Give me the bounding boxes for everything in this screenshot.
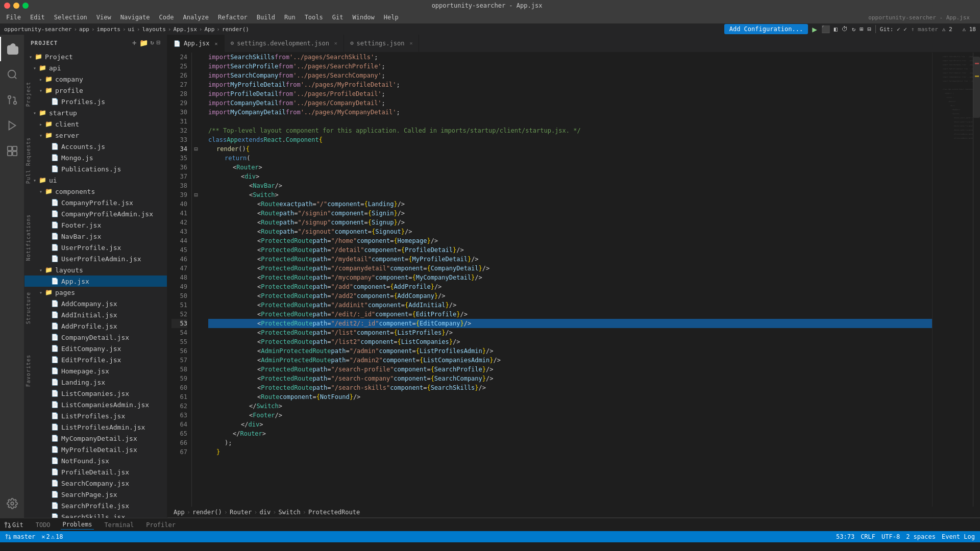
- indent-info[interactable]: 2 spaces: [906, 533, 936, 540]
- run-button[interactable]: ▶: [812, 24, 817, 34]
- sidebar-item-searchskills[interactable]: 📄 SearchSkills.jsx: [24, 511, 167, 518]
- git-bottom[interactable]: Git: [4, 521, 23, 529]
- new-file-icon[interactable]: +: [132, 39, 137, 47]
- cursor-position[interactable]: 53:73: [836, 533, 854, 540]
- activity-search[interactable]: [0, 62, 24, 87]
- sidebar-item-project[interactable]: ▾ 📁 Project: [24, 51, 167, 62]
- sidebar-item-app-jsx[interactable]: 📄 App.jsx: [24, 276, 167, 287]
- sidebar-item-profile[interactable]: ▾ 📁 profile: [24, 85, 167, 96]
- tab-close-icon[interactable]: ✕: [409, 40, 412, 46]
- scrollbar-thumb[interactable]: [973, 57, 980, 118]
- sidebar-item-api[interactable]: ▾ 📁 api: [24, 62, 167, 73]
- tab-app-jsx[interactable]: 📄 App.jsx ✕: [167, 35, 225, 52]
- sidebar-item-listprofilesadmin[interactable]: 📄 ListProfilesAdmin.jsx: [24, 421, 167, 433]
- menu-run[interactable]: Run: [280, 13, 300, 22]
- menu-selection[interactable]: Selection: [50, 13, 91, 22]
- error-status[interactable]: ✕ 2 ⚠ 18: [41, 533, 63, 540]
- sidebar-item-accounts-js[interactable]: 📄 Accounts.js: [24, 141, 167, 152]
- tab-todo[interactable]: TODO: [34, 520, 53, 530]
- path-layouts[interactable]: layouts: [142, 26, 165, 33]
- menu-file[interactable]: File: [2, 13, 25, 22]
- sidebar-item-mycompanydetail[interactable]: 📄 MyCompanyDetail.jsx: [24, 433, 167, 444]
- breadcrumb-render[interactable]: render(): [192, 509, 222, 516]
- git-branch-status[interactable]: master: [5, 533, 35, 540]
- sidebar-item-searchprofile[interactable]: 📄 SearchProfile.jsx: [24, 500, 167, 511]
- sidebar-item-user-profile-admin[interactable]: 📄 UserProfileAdmin.jsx: [24, 253, 167, 264]
- sidebar-item-addinitial[interactable]: 📄 AddInitial.jsx: [24, 309, 167, 320]
- menu-help[interactable]: Help: [380, 13, 403, 22]
- menu-code[interactable]: Code: [155, 13, 178, 22]
- menu-refactor[interactable]: Refactor: [214, 13, 252, 22]
- side-label-favorites[interactable]: Favorites: [26, 355, 31, 387]
- sidebar-item-homepage[interactable]: 📄 Homepage.jsx: [24, 365, 167, 377]
- collapse-icon[interactable]: ⊟: [157, 39, 161, 47]
- path-method[interactable]: render(): [222, 26, 249, 33]
- sidebar-item-company-profile[interactable]: 📄 CompanyProfile.jsx: [24, 197, 167, 208]
- encoding[interactable]: UTF-8: [881, 533, 900, 540]
- sidebar-item-companydetail[interactable]: 📄 CompanyDetail.jsx: [24, 332, 167, 343]
- menu-analyze[interactable]: Analyze: [179, 13, 213, 22]
- sidebar-item-notfound[interactable]: 📄 NotFound.jsx: [24, 455, 167, 466]
- activity-explorer[interactable]: [0, 37, 24, 61]
- sidebar-item-profiledetail[interactable]: 📄 ProfileDetail.jsx: [24, 466, 167, 478]
- tab-profiler[interactable]: Profiler: [144, 520, 178, 530]
- path-file[interactable]: App.jsx: [173, 26, 197, 33]
- breadcrumb-app[interactable]: App: [174, 509, 185, 516]
- side-label-notifications[interactable]: Notifications: [26, 214, 31, 261]
- add-configuration-button[interactable]: Add Configuration...: [724, 24, 808, 34]
- minimap[interactable]: import SearchSkills from '../pages/ impo…: [932, 53, 973, 507]
- sidebar-item-mongo-js[interactable]: 📄 Mongo.js: [24, 152, 167, 163]
- profile-button[interactable]: ⏱: [842, 26, 848, 33]
- menu-git[interactable]: Git: [328, 13, 348, 22]
- path-ui[interactable]: ui: [128, 26, 135, 33]
- sidebar-item-editcompany[interactable]: 📄 EditCompany.jsx: [24, 343, 167, 354]
- sidebar-item-components[interactable]: ▾ 📁 components: [24, 186, 167, 197]
- menu-view[interactable]: View: [92, 13, 115, 22]
- new-folder-icon[interactable]: 📁: [139, 39, 149, 47]
- minimize-button[interactable]: [13, 3, 19, 9]
- reload-button[interactable]: ↻: [852, 26, 855, 33]
- breadcrumb-switch[interactable]: Switch: [278, 509, 300, 516]
- sidebar-item-myprofiledetail[interactable]: 📄 MyProfileDetail.jsx: [24, 444, 167, 455]
- activity-settings[interactable]: [0, 491, 24, 516]
- sidebar-item-client[interactable]: ▸ 📁 client: [24, 118, 167, 130]
- path-app[interactable]: opportunity-searcher: [4, 26, 71, 33]
- sidebar-item-server[interactable]: ▾ 📁 server: [24, 130, 167, 141]
- fold-icon-34[interactable]: ⊟: [192, 144, 200, 154]
- scrollbar-track[interactable]: [973, 53, 980, 507]
- layout-button[interactable]: ⊟: [868, 26, 871, 33]
- refresh-icon[interactable]: ↻: [151, 39, 155, 47]
- sidebar-item-listcompanies[interactable]: 📄 ListCompanies.jsx: [24, 388, 167, 399]
- sidebar-item-searchpage[interactable]: 📄 SearchPage.jsx: [24, 489, 167, 500]
- tab-settings-dev[interactable]: ⚙ settings.development.json ✕: [225, 35, 344, 52]
- code-content[interactable]: import SearchSkills from '../pages/Searc…: [200, 53, 932, 507]
- sidebar-item-layouts[interactable]: ▾ 📁 layouts: [24, 264, 167, 276]
- sidebar-right-button[interactable]: ⊞: [860, 26, 863, 33]
- sidebar-item-profiles-js[interactable]: 📄 Profiles.js: [24, 96, 167, 107]
- sidebar-item-publications-js[interactable]: 📄 Publications.js: [24, 163, 167, 174]
- coverage-button[interactable]: ◧: [834, 26, 838, 33]
- path-imports[interactable]: imports: [97, 26, 120, 33]
- sidebar-item-listcompaniesadmin[interactable]: 📄 ListCompaniesAdmin.jsx: [24, 399, 167, 410]
- menu-tools[interactable]: Tools: [301, 13, 327, 22]
- sidebar-item-navbar[interactable]: 📄 NavBar.jsx: [24, 231, 167, 242]
- sidebar-item-searchcompany[interactable]: 📄 SearchCompany.jsx: [24, 478, 167, 489]
- tab-problems[interactable]: Problems: [61, 520, 94, 530]
- tab-settings[interactable]: ⚙ settings.json ✕: [344, 35, 420, 52]
- sidebar-item-ui[interactable]: ▾ 📁 ui: [24, 174, 167, 186]
- sidebar-item-pages[interactable]: ▾ 📁 pages: [24, 287, 167, 298]
- sidebar-item-user-profile[interactable]: 📄 UserProfile.jsx: [24, 242, 167, 253]
- event-log[interactable]: Event Log: [942, 533, 975, 540]
- sidebar-item-company[interactable]: ▸ 📁 company: [24, 73, 167, 85]
- menu-edit[interactable]: Edit: [26, 13, 49, 22]
- side-label-project[interactable]: Project: [26, 82, 31, 107]
- activity-debug[interactable]: [0, 113, 24, 138]
- git-status[interactable]: Git: ✓ ✓: [880, 26, 907, 33]
- activity-scm[interactable]: [0, 88, 24, 112]
- menu-navigate[interactable]: Navigate: [116, 13, 154, 22]
- sidebar-item-landing[interactable]: 📄 Landing.jsx: [24, 377, 167, 388]
- tab-close-icon[interactable]: ✕: [215, 41, 218, 46]
- fold-icon-39[interactable]: ⊟: [192, 190, 200, 199]
- side-label-structure[interactable]: Structure: [26, 292, 31, 324]
- path-app2[interactable]: app: [79, 26, 89, 33]
